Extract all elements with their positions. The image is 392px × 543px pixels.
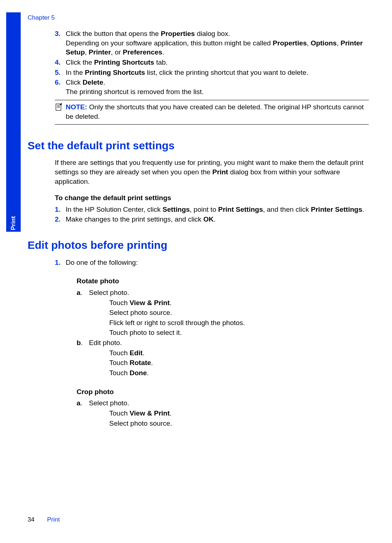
bold: Printer Settings (311, 206, 362, 213)
text: list, click the printing shortcut that y… (145, 69, 309, 76)
note-text-block: NOTE: Only the shortcuts that you have c… (55, 102, 369, 121)
text: Do one of the following: (66, 259, 138, 266)
text: Edit photo. (89, 339, 122, 347)
text: Depending on your software application, … (66, 39, 273, 47)
bold: Print Settings (218, 206, 263, 213)
bold: Delete (82, 78, 103, 86)
rotate-steps: a. Select photo. Touch View & Print. Sel… (77, 288, 369, 378)
note-block: NOTE: Only the shortcuts that you have c… (55, 100, 369, 124)
text: Touch (109, 299, 130, 307)
heading-default-settings: Set the default print settings (28, 138, 369, 153)
crop-a: a. Select photo. Touch View & Print. Sel… (77, 398, 369, 428)
sub-steps: Touch View & Print. Select photo source. (109, 409, 369, 428)
text: Touch (109, 359, 130, 366)
text: Select photo source. (109, 419, 369, 428)
text: . (214, 215, 216, 223)
text: Flick left or right to scroll through th… (109, 318, 369, 328)
text: Select photo. (89, 399, 129, 407)
text: , point to (190, 206, 218, 213)
text: dialog box. (195, 30, 230, 37)
text: Select photo. (89, 289, 129, 296)
text: . (151, 359, 153, 366)
footer-title: Print (47, 516, 60, 523)
text: . (162, 48, 164, 56)
text: , (307, 39, 311, 47)
bold: View & Print (130, 409, 170, 417)
step-2: 2. Make changes to the print settings, a… (55, 215, 369, 224)
text: , (337, 39, 341, 47)
text: Touch photo to select it. (109, 328, 369, 337)
text: Touch (109, 369, 130, 377)
bold: Printing Shortcuts (85, 69, 145, 76)
step-letter: a. (77, 288, 82, 297)
text: In the HP Solution Center, click (66, 206, 163, 213)
note-icon (55, 103, 63, 114)
bold: Options (311, 39, 337, 47)
text: Make changes to the print settings, and … (66, 215, 203, 223)
text: Touch (109, 349, 130, 357)
bold: Properties (161, 30, 195, 37)
step-number: 1. (55, 205, 61, 214)
text: . (147, 369, 148, 377)
text: . (170, 299, 172, 307)
rotate-b: b. Edit photo. Touch Edit. Touch Rotate.… (77, 338, 369, 378)
bold: Print (212, 168, 228, 176)
step-number: 6. (55, 78, 61, 87)
bold: Settings (163, 206, 190, 213)
bold: View & Print (130, 299, 170, 307)
text: Click (66, 78, 82, 86)
text: In the (66, 69, 85, 76)
page-number: 34 (28, 516, 34, 523)
rotate-heading: Rotate photo (77, 276, 369, 286)
text: , and then click (263, 206, 311, 213)
step-4: 4. Click the Printing Shortcuts tab. (55, 58, 369, 67)
text: . (362, 206, 364, 213)
sub-heading-change-default: To change the default print settings (55, 193, 369, 203)
step-number: 1. (55, 258, 61, 267)
step-5: 5. In the Printing Shortcuts list, click… (55, 68, 369, 77)
side-tab: Print (6, 12, 21, 232)
page-footer: 34 Print (28, 516, 60, 524)
text: , or (111, 48, 123, 56)
step-1: 1. In the HP Solution Center, click Sett… (55, 205, 369, 214)
bold: Preferences (123, 48, 162, 56)
bold: OK (203, 215, 214, 223)
sub-steps: Touch Edit. Touch Rotate. Touch Done. (109, 348, 369, 378)
crop-heading: Crop photo (77, 387, 369, 397)
text: Click the button that opens the (66, 30, 161, 37)
steps-list-b: 1. In the HP Solution Center, click Sett… (55, 205, 369, 224)
side-tab-label: Print (9, 216, 18, 230)
note-body: Only the shortcuts that you have created… (66, 103, 364, 120)
crop-steps: a. Select photo. Touch View & Print. Sel… (77, 398, 369, 428)
bold: Done (130, 369, 147, 377)
step-number: 4. (55, 58, 61, 67)
page-content: 3. Click the button that opens the Prope… (28, 29, 369, 429)
text: The printing shortcut is removed from th… (66, 88, 204, 96)
step-number: 5. (55, 68, 61, 77)
text: . (103, 78, 105, 86)
intro-text: If there are settings that you frequentl… (55, 158, 369, 186)
bold: Edit (130, 349, 143, 357)
step-number: 3. (55, 29, 61, 39)
text: , (85, 48, 89, 56)
note-label: NOTE: (66, 103, 87, 111)
chapter-label: Chapter 5 (28, 14, 55, 22)
rotate-a: a. Select photo. Touch View & Print. Sel… (77, 288, 369, 337)
step-3: 3. Click the button that opens the Prope… (55, 29, 369, 57)
bold: Printer (89, 48, 111, 56)
step-letter: a. (77, 398, 82, 408)
step-number: 2. (55, 215, 61, 224)
text: . (143, 349, 144, 357)
bold: Printing Shortcuts (94, 58, 154, 66)
step-6: 6. Click Delete. The printing shortcut i… (55, 78, 369, 96)
steps-list-a: 3. Click the button that opens the Prope… (55, 29, 369, 96)
text: tab. (154, 58, 168, 66)
bold: Rotate (130, 359, 151, 366)
bold: Properties (273, 39, 307, 47)
steps-list-c: 1. Do one of the following: Rotate photo… (55, 258, 369, 428)
text: Select photo source. (109, 308, 369, 317)
step-letter: b. (77, 338, 83, 348)
text: Touch (109, 409, 130, 417)
text: Click the (66, 58, 94, 66)
text: . (170, 409, 172, 417)
